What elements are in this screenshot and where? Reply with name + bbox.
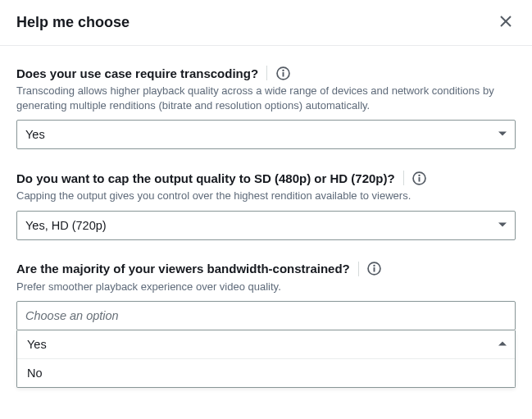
info-icon[interactable] bbox=[412, 171, 427, 185]
cap-help: Capping the output gives you control ove… bbox=[16, 189, 516, 203]
transcoding-value: Yes bbox=[25, 128, 45, 141]
divider bbox=[403, 171, 404, 185]
transcoding-label: Does your use case require transcoding? bbox=[16, 66, 258, 80]
svg-rect-10 bbox=[374, 267, 375, 272]
modal-body: Does your use case require transcoding? … bbox=[0, 46, 532, 404]
chevron-up-icon bbox=[498, 338, 507, 351]
bandwidth-label: Are the majority of your viewers bandwid… bbox=[16, 262, 350, 276]
svg-rect-7 bbox=[419, 177, 421, 182]
cap-select[interactable]: Yes, HD (720p) bbox=[16, 211, 516, 240]
transcoding-help: Transcoding allows higher playback quali… bbox=[16, 84, 516, 113]
svg-point-6 bbox=[419, 175, 421, 176]
bandwidth-select[interactable]: Choose an option bbox=[16, 301, 516, 330]
bandwidth-dropdown: Yes No bbox=[16, 330, 516, 388]
cap-value: Yes, HD (720p) bbox=[25, 219, 107, 232]
cap-label: Do you want to cap the output quality to… bbox=[16, 171, 395, 185]
chevron-down-icon bbox=[498, 219, 507, 232]
close-button[interactable] bbox=[496, 11, 516, 34]
modal-title: Help me choose bbox=[16, 14, 130, 31]
bandwidth-help: Prefer smoother playback experience over… bbox=[16, 280, 516, 294]
chevron-down-icon bbox=[498, 128, 507, 141]
close-icon bbox=[499, 15, 512, 30]
bandwidth-option-yes[interactable]: Yes bbox=[17, 330, 515, 358]
bandwidth-placeholder: Choose an option bbox=[25, 309, 119, 322]
info-icon[interactable] bbox=[367, 262, 382, 276]
divider bbox=[358, 262, 359, 276]
info-icon[interactable] bbox=[275, 66, 290, 80]
field-cap-quality: Do you want to cap the output quality to… bbox=[16, 171, 516, 239]
field-transcoding: Does your use case require transcoding? … bbox=[16, 66, 516, 149]
svg-rect-4 bbox=[282, 72, 284, 77]
svg-point-3 bbox=[282, 69, 284, 71]
bandwidth-option-no[interactable]: No bbox=[17, 358, 515, 387]
svg-point-9 bbox=[374, 265, 375, 266]
modal-header: Help me choose bbox=[0, 0, 532, 46]
divider bbox=[266, 66, 267, 80]
transcoding-select[interactable]: Yes bbox=[16, 120, 516, 149]
field-bandwidth: Are the majority of your viewers bandwid… bbox=[16, 262, 516, 388]
